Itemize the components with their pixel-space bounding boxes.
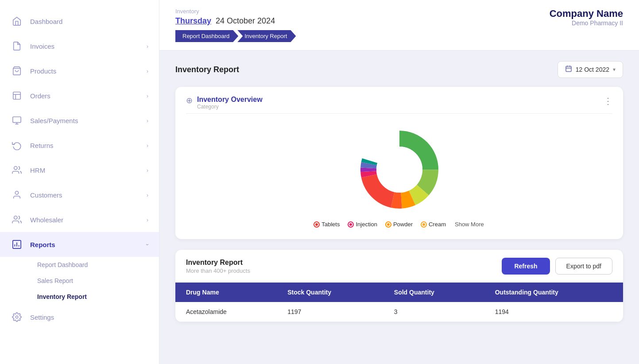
topbar-left: Inventory Thursday 24 October 2024 Repor… bbox=[175, 8, 295, 42]
section-label: Inventory bbox=[175, 8, 295, 15]
breadcrumb-inventory-report[interactable]: Inventory Report bbox=[237, 30, 296, 42]
returns-icon bbox=[11, 139, 23, 151]
move-icon: ⊕ bbox=[186, 96, 193, 105]
sidebar-item-label: Dashboard bbox=[30, 18, 62, 25]
svg-rect-1 bbox=[13, 92, 21, 100]
content-area: Inventory Report 12 Oct 2022 ▾ ⊕ Invento… bbox=[159, 50, 639, 333]
date-picker-chevron-icon: ▾ bbox=[613, 66, 616, 73]
date-picker[interactable]: 12 Oct 2022 ▾ bbox=[558, 61, 623, 78]
date-line: Thursday 24 October 2024 bbox=[175, 16, 295, 26]
chevron-icon: › bbox=[147, 117, 148, 124]
sidebar-item-reports[interactable]: Reports › bbox=[0, 232, 159, 257]
topbar-right: Company Name Demo Pharmacy II bbox=[550, 8, 623, 27]
sidebar-item-sales[interactable]: Sales/Payments › bbox=[0, 108, 159, 133]
sidebar-item-label: HRM bbox=[30, 167, 45, 174]
legend-dot-powder bbox=[386, 222, 391, 227]
chevron-icon: › bbox=[147, 192, 148, 198]
chart-card: ⊕ Inventory Overview Category ⋮ bbox=[175, 87, 623, 239]
table-top-right: Refresh Export to pdf bbox=[502, 258, 612, 275]
date-picker-value: 12 Oct 2022 bbox=[576, 66, 609, 73]
legend-powder: Powder bbox=[386, 221, 413, 228]
sidebar-item-label: Reports bbox=[30, 241, 55, 248]
export-pdf-button[interactable]: Export to pdf bbox=[555, 258, 612, 275]
dashboard-icon bbox=[11, 15, 23, 27]
sidebar-item-invoices[interactable]: Invoices › bbox=[0, 34, 159, 58]
chart-card-header: ⊕ Inventory Overview Category ⋮ bbox=[186, 96, 612, 110]
col-drug-name: Drug Name bbox=[175, 283, 277, 302]
orders-icon bbox=[11, 89, 23, 102]
table-top-left: Inventory Report More than 400+ products bbox=[186, 259, 250, 274]
sidebar-item-orders[interactable]: Orders › bbox=[0, 83, 159, 108]
table-header: Drug Name Stock Quantity Sold Quantity O… bbox=[175, 283, 623, 302]
calendar-icon bbox=[565, 65, 572, 74]
sidebar-item-products[interactable]: Products › bbox=[0, 58, 159, 83]
cell-drug-name: Acetazolamide bbox=[175, 302, 277, 322]
chevron-icon: › bbox=[147, 142, 148, 149]
svg-rect-4 bbox=[13, 117, 21, 123]
chart-card-header-left: ⊕ Inventory Overview Category bbox=[186, 96, 263, 110]
table-row: Acetazolamide 1197 3 1194 bbox=[175, 302, 623, 322]
svg-point-14 bbox=[15, 316, 18, 318]
invoices-icon bbox=[11, 40, 23, 52]
sidebar-sub-item-sales-report[interactable]: Sales Report bbox=[30, 273, 159, 289]
svg-rect-15 bbox=[566, 66, 571, 72]
table-section: Inventory Report More than 400+ products… bbox=[175, 250, 623, 322]
chart-more-button[interactable]: ⋮ bbox=[604, 96, 612, 106]
legend-label-powder: Powder bbox=[393, 221, 413, 228]
reports-submenu: Report Dashboard Sales Report Inventory … bbox=[0, 257, 159, 305]
svg-point-9 bbox=[14, 216, 17, 219]
reports-icon bbox=[11, 238, 23, 251]
wholesaler-icon bbox=[11, 213, 23, 226]
sidebar-item-returns[interactable]: Returns › bbox=[0, 133, 159, 158]
legend-tablets: Tablets bbox=[314, 221, 340, 228]
products-icon bbox=[11, 65, 23, 77]
sales-icon bbox=[11, 114, 23, 127]
cell-outstanding: 1194 bbox=[484, 302, 623, 322]
legend-label-cream: Cream bbox=[429, 221, 446, 228]
svg-point-29 bbox=[376, 147, 422, 193]
col-sold-quantity: Sold Quantity bbox=[383, 283, 484, 302]
reports-chevron-icon: › bbox=[144, 244, 151, 245]
date: 24 October 2024 bbox=[216, 16, 275, 25]
chevron-icon: › bbox=[147, 167, 148, 174]
legend-injection: Injection bbox=[349, 221, 377, 228]
sidebar-item-label: Products bbox=[30, 67, 56, 75]
table-top: Inventory Report More than 400+ products… bbox=[175, 250, 623, 283]
sidebar-item-label: Returns bbox=[30, 142, 54, 149]
sidebar-item-hrm[interactable]: HRM › bbox=[0, 158, 159, 182]
sidebar-item-label: Wholesaler bbox=[30, 216, 63, 224]
refresh-button[interactable]: Refresh bbox=[502, 258, 550, 275]
sidebar-item-label: Customers bbox=[30, 191, 62, 199]
svg-point-8 bbox=[15, 191, 18, 194]
sidebar-item-customers[interactable]: Customers › bbox=[0, 182, 159, 207]
svg-point-7 bbox=[14, 167, 17, 170]
chevron-icon: › bbox=[147, 217, 148, 223]
donut-chart-area: Tablets Injection Powder Cream Show Mo bbox=[186, 121, 612, 235]
chevron-icon: › bbox=[147, 68, 148, 74]
sidebar-item-settings[interactable]: Settings bbox=[0, 305, 159, 329]
legend-dot-injection bbox=[349, 222, 353, 227]
table-section-title: Inventory Report bbox=[186, 259, 250, 267]
customers-icon bbox=[11, 189, 23, 201]
show-more-button[interactable]: Show More bbox=[455, 221, 484, 228]
breadcrumb-report-dashboard[interactable]: Report Dashboard bbox=[175, 30, 238, 42]
chart-legend: Tablets Injection Powder Cream Show Mo bbox=[314, 221, 484, 228]
col-outstanding-quantity: Outstanding Quantity bbox=[484, 283, 623, 302]
sidebar-sub-item-inventory-report[interactable]: Inventory Report bbox=[30, 289, 159, 305]
sidebar-item-label: Settings bbox=[30, 314, 54, 321]
sidebar-item-dashboard[interactable]: Dashboard bbox=[0, 9, 159, 34]
chart-card-title: Inventory Overview bbox=[197, 96, 263, 104]
report-title: Inventory Report bbox=[175, 65, 239, 74]
company-sub: Demo Pharmacy II bbox=[550, 19, 623, 27]
topbar: Inventory Thursday 24 October 2024 Repor… bbox=[159, 0, 639, 50]
col-stock-quantity: Stock Quantity bbox=[277, 283, 383, 302]
sidebar-sub-item-report-dashboard[interactable]: Report Dashboard bbox=[30, 257, 159, 273]
sidebar-item-wholesaler[interactable]: Wholesaler › bbox=[0, 207, 159, 232]
weekday: Thursday bbox=[175, 16, 211, 25]
legend-dot-tablets bbox=[314, 222, 319, 227]
sidebar-item-label: Sales/Payments bbox=[30, 117, 78, 124]
legend-label-injection: Injection bbox=[356, 221, 377, 228]
cell-sold: 3 bbox=[383, 302, 484, 322]
sidebar: Dashboard Invoices › Products › Orders › bbox=[0, 0, 159, 364]
legend-label-tablets: Tablets bbox=[321, 221, 340, 228]
